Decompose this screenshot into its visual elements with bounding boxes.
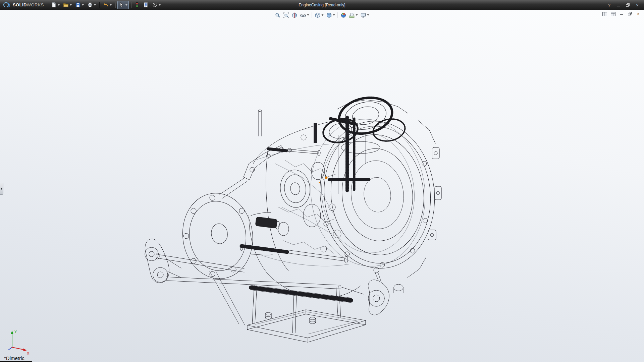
options-icon — [152, 2, 158, 8]
doc-restore-icon — [628, 12, 632, 16]
dropdown-caret[interactable] — [356, 14, 358, 16]
brand-bold: SOLID — [13, 2, 27, 7]
title-bar: SOLIDWORKS — [0, 0, 644, 10]
dropdown-caret[interactable] — [322, 14, 324, 16]
hide-show-items-button[interactable] — [299, 11, 310, 19]
help-button[interactable]: ? — [605, 2, 613, 8]
minimize-button[interactable] — [614, 2, 623, 8]
window-controls: ? × — [605, 0, 641, 10]
wireframe-right-bracket — [368, 267, 403, 315]
wireframe-bell-housing — [313, 115, 442, 278]
restore-button[interactable] — [624, 2, 632, 8]
dropdown-caret[interactable] — [58, 4, 60, 6]
orientation-triad: Y X — [5, 328, 33, 356]
graphics-viewport[interactable]: × — [0, 10, 644, 362]
toolbar-separator — [312, 12, 312, 18]
view-settings-button[interactable] — [360, 11, 370, 19]
toolbar-separator — [99, 2, 100, 8]
undo-icon — [103, 2, 109, 8]
zoom-to-fit-button[interactable] — [274, 11, 282, 19]
dropdown-caret[interactable] — [159, 4, 161, 6]
doc-windows-button[interactable] — [610, 11, 616, 17]
new-button[interactable] — [50, 1, 61, 9]
restore-icon — [626, 3, 630, 7]
zoom-fit-icon — [275, 12, 281, 18]
document-title: EngineCasing [Read-only] — [299, 3, 345, 7]
doc-windows-icon — [611, 12, 615, 16]
heads-up-view-toolbar — [274, 11, 371, 19]
x-axis-label: X — [27, 351, 30, 355]
rebuild-button[interactable] — [133, 1, 141, 9]
zoom-to-area-button[interactable] — [282, 11, 290, 19]
edit-appearance-button[interactable] — [340, 11, 347, 19]
engine-casing-model[interactable] — [0, 19, 644, 362]
dropdown-caret[interactable] — [82, 4, 84, 6]
toolbar-separator — [115, 2, 115, 8]
doc-minimize-button[interactable] — [619, 11, 625, 17]
file-properties-icon — [143, 2, 149, 8]
section-view-button[interactable] — [291, 11, 299, 19]
options-button[interactable] — [151, 1, 162, 9]
open-button[interactable] — [62, 1, 73, 9]
y-axis-label: Y — [14, 330, 17, 334]
wireframe-shafts — [156, 149, 364, 303]
dropdown-caret[interactable] — [70, 4, 72, 6]
doc-close-button[interactable]: × — [635, 11, 641, 17]
x-axis-arrow — [23, 348, 27, 351]
main-toolbar — [49, 0, 162, 10]
undo-button[interactable] — [102, 1, 113, 9]
solidworks-window: SOLIDWORKS — [0, 0, 644, 362]
print-button[interactable] — [86, 1, 97, 9]
select-button[interactable] — [117, 1, 129, 9]
view-orientation-button[interactable] — [314, 11, 325, 19]
apply-scene-button[interactable] — [348, 11, 359, 19]
view-orientation-icon — [315, 12, 321, 18]
select-cursor-icon — [119, 2, 124, 8]
display-style-icon — [326, 12, 332, 18]
minimize-icon — [617, 4, 620, 6]
dropdown-caret[interactable] — [367, 14, 369, 16]
dropdown-caret[interactable] — [110, 4, 112, 6]
brand-light: WORKS — [27, 2, 44, 7]
doc-panes-icon — [602, 12, 607, 16]
close-button[interactable]: × — [633, 2, 641, 8]
z-axis — [8, 347, 12, 350]
wireframe-back-structure — [255, 113, 432, 272]
triad-origin — [12, 347, 13, 348]
edit-appearance-icon — [341, 12, 346, 18]
save-icon — [75, 2, 81, 8]
dropdown-caret[interactable] — [307, 14, 309, 16]
doc-restore-button[interactable] — [627, 11, 633, 17]
view-settings-icon — [361, 12, 366, 18]
solidworks-logo: SOLIDWORKS — [0, 2, 49, 8]
hide-show-items-icon — [300, 12, 306, 18]
document-window-controls: × — [602, 11, 641, 17]
doc-panes-button[interactable] — [602, 11, 608, 17]
display-style-button[interactable] — [325, 11, 336, 19]
dropdown-caret[interactable] — [125, 4, 127, 6]
ds-logo-icon — [3, 2, 11, 8]
wireframe-gear-cluster — [321, 93, 408, 191]
toolbar-separator — [338, 12, 338, 18]
toolbar-separator — [131, 2, 131, 8]
save-button[interactable] — [74, 1, 85, 9]
new-document-icon — [51, 2, 57, 8]
doc-minimize-icon — [620, 13, 623, 15]
zoom-area-icon — [283, 12, 289, 18]
section-view-icon — [292, 12, 298, 18]
y-axis-arrow — [11, 330, 13, 334]
dropdown-caret[interactable] — [94, 4, 96, 6]
view-orientation-label: *Dimetric — [4, 355, 24, 361]
rebuild-icon — [135, 2, 140, 8]
selection-highlight — [319, 177, 328, 184]
apply-scene-icon — [349, 12, 355, 18]
x-axis — [12, 347, 23, 350]
print-icon — [87, 2, 93, 8]
file-properties-button[interactable] — [142, 1, 150, 9]
wireframe-left-flange — [177, 189, 258, 325]
dropdown-caret[interactable] — [333, 14, 335, 16]
open-folder-icon — [63, 2, 69, 8]
